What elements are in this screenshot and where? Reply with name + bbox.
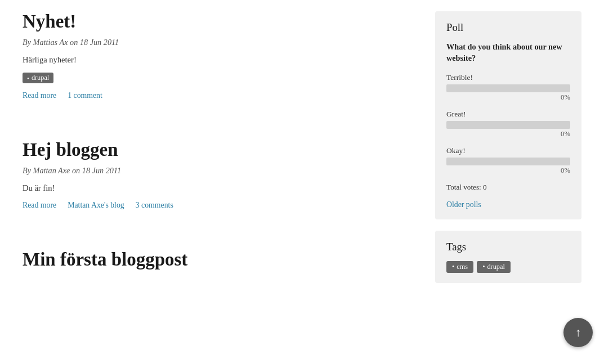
poll-question: What do you think about our new website? (446, 42, 570, 64)
sidebar: Poll What do you think about our new web… (435, 11, 581, 315)
older-polls-link[interactable]: Older polls (446, 200, 481, 209)
read-more-nyhet[interactable]: Read more (23, 91, 56, 100)
poll-option-okay: Okay! 0% (446, 146, 570, 175)
tags-title: Tags (446, 241, 570, 253)
tag-drupal: drupal (23, 73, 53, 83)
comment-link-hej[interactable]: 3 comments (136, 201, 173, 210)
article-title-nyhet: Nyhet! (23, 11, 413, 32)
main-content: Nyhet! By Mattias Ax on 18 Jun 2011 Härl… (23, 11, 413, 315)
poll-label-terrible: Terrible! (446, 73, 570, 82)
tag-cms: cms (446, 261, 473, 273)
comment-link-nyhet[interactable]: 1 comment (68, 91, 102, 100)
poll-pct-okay: 0% (446, 167, 570, 175)
article-meta-hej: By Mattan Axe on 18 Jun 2011 (23, 166, 413, 176)
article-body-nyhet: Härliga nyheter! (23, 55, 413, 65)
poll-older-link: Older polls (446, 200, 570, 209)
poll-widget: Poll What do you think about our new web… (435, 11, 581, 219)
article-title-forsta: Min första bloggpost (23, 249, 413, 270)
poll-label-great: Great! (446, 110, 570, 119)
article-nyhet: Nyhet! By Mattias Ax on 18 Jun 2011 Härl… (23, 11, 413, 117)
article-body-hej: Du är fin! (23, 183, 413, 193)
article-title-hej: Hej bloggen (23, 140, 413, 160)
article-forsta: Min första bloggpost (23, 249, 413, 293)
scroll-top-icon: ↑ (575, 326, 581, 327)
blog-link-hej[interactable]: Mattan Axe's blog (68, 201, 124, 210)
article-links-hej: Read more Mattan Axe's blog 3 comments (23, 201, 413, 210)
read-more-hej[interactable]: Read more (23, 201, 56, 210)
poll-label-okay: Okay! (446, 146, 570, 155)
poll-bar-bg-terrible (446, 84, 570, 92)
tag-list-nyhet: drupal (23, 73, 413, 83)
poll-option-great: Great! 0% (446, 110, 570, 138)
article-links-nyhet: Read more 1 comment (23, 91, 413, 100)
poll-total: Total votes: 0 (446, 183, 570, 192)
poll-bar-bg-great (446, 121, 570, 129)
poll-option-terrible: Terrible! 0% (446, 73, 570, 102)
tags-list: cms drupal (446, 261, 570, 273)
tag-drupal-sidebar: drupal (477, 261, 511, 273)
poll-bar-bg-okay (446, 158, 570, 165)
tags-widget: Tags cms drupal (435, 231, 581, 283)
poll-pct-great: 0% (446, 130, 570, 138)
poll-pct-terrible: 0% (446, 93, 570, 102)
page-wrapper: Nyhet! By Mattias Ax on 18 Jun 2011 Härl… (0, 0, 604, 326)
article-meta-nyhet: By Mattias Ax on 18 Jun 2011 (23, 38, 413, 47)
poll-title: Poll (446, 21, 570, 34)
article-hej-bloggen: Hej bloggen By Mattan Axe on 18 Jun 2011… (23, 140, 413, 227)
